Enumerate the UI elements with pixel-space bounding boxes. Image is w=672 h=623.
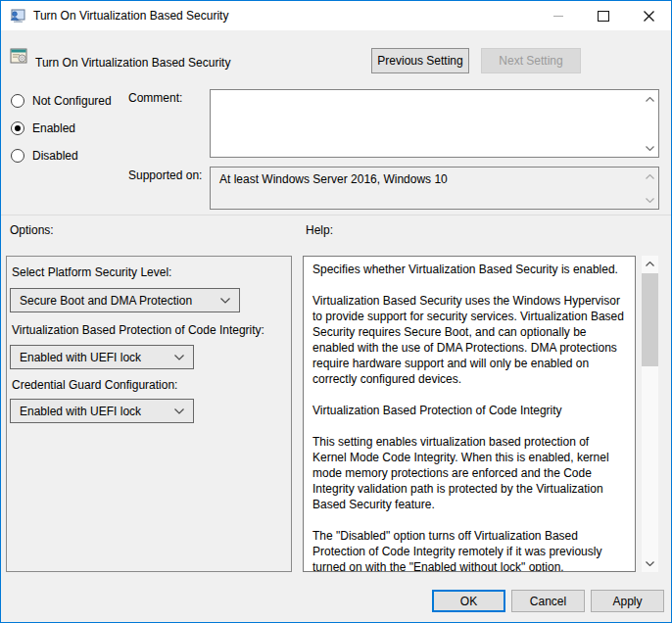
options-label: Options: <box>10 223 54 237</box>
radio-label: Enabled <box>32 121 75 135</box>
title-bar[interactable]: Turn On Virtualization Based Security <box>1 1 671 30</box>
help-text-box: Specifies whether Virtualization Based S… <box>303 256 636 572</box>
help-scrollbar[interactable] <box>642 256 658 572</box>
radio-circle <box>11 121 24 135</box>
radio-label: Disabled <box>32 149 78 163</box>
selected-option: Enabled with UEFI lock <box>20 405 141 418</box>
scroll-down-icon <box>644 195 655 205</box>
scroll-down-icon <box>646 561 654 566</box>
apply-button[interactable]: Apply <box>591 590 664 612</box>
credential-guard-label: Credential Guard Configuration: <box>12 378 177 392</box>
section-separator <box>1 215 671 216</box>
caption-buttons <box>536 1 671 30</box>
radio-dot <box>15 125 21 131</box>
radio-not-configured[interactable]: Not Configured <box>11 94 112 108</box>
platform-security-select[interactable]: Secure Boot and DMA Protection <box>10 288 240 312</box>
code-integrity-label: Virtualization Based Protection of Code … <box>12 323 264 337</box>
radio-circle <box>11 149 24 163</box>
maximize-button[interactable] <box>581 1 626 30</box>
selected-option: Secure Boot and DMA Protection <box>20 294 192 308</box>
chevron-down-icon <box>174 355 184 360</box>
group-policy-icon <box>10 8 25 24</box>
scroll-up-icon <box>646 262 654 266</box>
minimize-button[interactable] <box>536 1 581 30</box>
dialog-window: Turn On Virtualization Based Security <box>0 0 672 623</box>
code-integrity-select[interactable]: Enabled with UEFI lock <box>10 345 194 369</box>
maximize-icon <box>598 11 609 22</box>
ok-button[interactable]: OK <box>432 590 505 612</box>
next-setting-button[interactable]: Next Setting <box>481 48 581 73</box>
help-label: Help: <box>306 223 333 237</box>
supported-on-value: At least Windows Server 2016, Windows 10 <box>219 172 448 186</box>
comment-label: Comment: <box>128 91 182 105</box>
close-button[interactable] <box>626 1 671 30</box>
comment-textarea[interactable] <box>210 89 659 158</box>
scroll-up-icon[interactable] <box>644 94 655 104</box>
supported-on-label: Supported on: <box>128 168 202 182</box>
radio-label: Not Configured <box>32 94 112 108</box>
platform-security-label: Select Platform Security Level: <box>12 265 171 279</box>
radio-circle <box>11 94 24 108</box>
selected-option: Enabled with UEFI lock <box>20 351 141 364</box>
close-icon <box>644 11 654 22</box>
setting-title: Turn On Virtualization Based Security <box>35 56 230 70</box>
scroll-up-button[interactable] <box>642 256 658 272</box>
credential-guard-select[interactable]: Enabled with UEFI lock <box>10 399 194 423</box>
setting-icon <box>10 47 28 66</box>
previous-setting-button[interactable]: Previous Setting <box>371 48 469 73</box>
radio-enabled[interactable]: Enabled <box>11 121 75 135</box>
supported-on-box: At least Windows Server 2016, Windows 10 <box>210 167 659 210</box>
help-text: Specifies whether Virtualization Based S… <box>312 262 626 572</box>
window-title: Turn On Virtualization Based Security <box>33 9 228 23</box>
scroll-up-icon <box>644 171 655 181</box>
chevron-down-icon <box>174 408 184 414</box>
scroll-down-icon[interactable] <box>644 143 655 153</box>
scrollbar-thumb[interactable] <box>642 273 658 366</box>
minimize-icon <box>553 16 563 17</box>
chevron-down-icon <box>220 298 230 304</box>
scroll-down-button[interactable] <box>642 555 658 572</box>
cancel-button[interactable]: Cancel <box>511 590 585 612</box>
radio-disabled[interactable]: Disabled <box>11 149 78 163</box>
